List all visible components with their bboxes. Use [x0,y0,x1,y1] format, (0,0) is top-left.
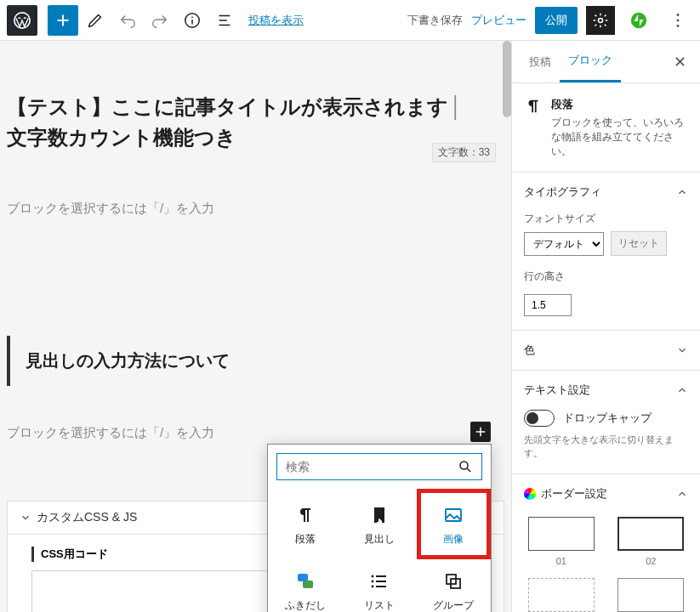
svg-rect-14 [303,581,313,588]
publish-button[interactable]: 公開 [535,7,578,34]
view-post-link[interactable]: 投稿を表示 [248,13,304,28]
inserter-item-group[interactable]: グループ [417,559,491,612]
block-description: ブロックを使って、いろいろな物語を組み立ててください。 [551,116,688,158]
chevron-up-icon [676,186,688,198]
list-icon [369,571,390,592]
svg-rect-13 [298,574,308,581]
add-block-button[interactable] [48,5,78,36]
svg-point-15 [372,575,374,578]
panel-typography[interactable]: タイポグラフィ [512,173,700,212]
more-menu-button[interactable] [663,5,693,36]
settings-button[interactable] [586,6,615,35]
palette-icon [524,488,536,500]
block-placeholder[interactable]: ブロックを選択するには「/」を入力 [7,201,504,217]
svg-point-6 [677,19,680,21]
undo-button[interactable] [112,5,143,36]
heading-block[interactable]: 見出しの入力方法について [7,336,504,386]
block-placeholder-2[interactable]: ブロックを選択するには「/」を入力 [7,425,504,441]
preview-button[interactable]: プレビュー [471,13,526,28]
svg-point-5 [677,14,680,16]
panel-text-settings[interactable]: テキスト設定 [512,371,700,410]
redo-button[interactable] [145,5,175,36]
dropcap-help: 先頭文字を大きな表示に切り替えます。 [524,434,688,460]
more-vertical-icon [669,11,687,30]
border-option-04[interactable]: 04 [614,578,689,612]
inserter-search[interactable] [276,453,482,480]
block-info: 段落 ブロックを使って、いろいろな物語を組み立ててください。 [512,83,700,173]
paragraph-icon [295,505,316,525]
chevron-up-icon [676,384,688,396]
block-name: 段落 [551,97,688,112]
char-count-badge: 文字数：33 [432,143,496,162]
inserter-item-list[interactable]: リスト [342,559,416,612]
wp-logo[interactable] [7,5,37,36]
title-line1: 【テスト】ここに記事タイトルが表示されます [7,95,448,118]
post-title[interactable]: 【テスト】ここに記事タイトルが表示されます│ 文字数カウント機能つき [7,92,504,153]
dropcap-label: ドロップキャップ [563,411,652,426]
line-height-label: 行の高さ [524,269,688,284]
inserter-item-paragraph[interactable]: 段落 [268,489,342,559]
tab-block[interactable]: ブロック [560,41,621,82]
border-option-02[interactable]: 02 [614,517,689,566]
tab-post[interactable]: 投稿 [521,42,560,82]
outline-button[interactable] [209,5,240,36]
info-button[interactable] [177,5,208,36]
wordpress-icon [13,11,31,30]
dropcap-toggle[interactable] [524,410,555,427]
inserter-item-image[interactable]: 画像 [417,489,491,559]
panel-color[interactable]: 色 [512,331,700,370]
close-sidebar-button[interactable]: ✕ [669,53,691,71]
inserter-item-heading[interactable]: 見出し [342,489,416,559]
inserter-item-speech[interactable]: ふきだし [268,559,342,612]
chevron-down-icon [20,512,31,524]
border-option-03[interactable]: 03 [524,578,599,612]
font-size-reset[interactable]: リセット [611,231,667,256]
inline-add-button[interactable] [470,422,491,442]
border-option-01[interactable]: 01 [524,517,599,566]
jetpack-button[interactable] [623,5,654,36]
paragraph-icon [524,97,543,116]
panel-border[interactable]: ボーダー設定 [512,474,700,513]
edit-mode-button[interactable] [80,5,111,36]
font-size-label: フォントサイズ [524,212,688,226]
chevron-down-icon [676,344,688,356]
image-icon [443,505,464,525]
top-toolbar: 投稿を表示 下書き保存 プレビュー 公開 [0,0,700,41]
jetpack-icon [629,11,648,30]
svg-point-16 [372,581,374,583]
svg-point-17 [372,586,374,588]
settings-sidebar: 投稿 ブロック ✕ 段落 ブロックを使って、いろいろな物語を組み立ててください。… [511,41,700,612]
svg-point-8 [460,462,468,469]
speech-icon [295,571,316,592]
block-inserter-popup: 段落 見出し 画像 ふきだし リスト グループ [267,444,492,612]
chevron-up-icon [676,488,688,500]
gear-icon [592,12,609,29]
save-draft-button[interactable]: 下書き保存 [407,13,463,28]
search-icon [458,459,473,474]
inserter-search-input[interactable] [286,460,458,473]
svg-point-3 [599,18,603,22]
svg-point-4 [631,12,646,27]
svg-rect-12 [446,509,461,521]
group-icon [443,571,464,592]
svg-point-7 [677,24,680,26]
font-size-select[interactable]: デフォルト [524,232,604,256]
svg-point-2 [191,16,193,18]
title-line2: 文字数カウント機能つき [7,126,236,149]
line-height-input[interactable] [524,294,572,316]
